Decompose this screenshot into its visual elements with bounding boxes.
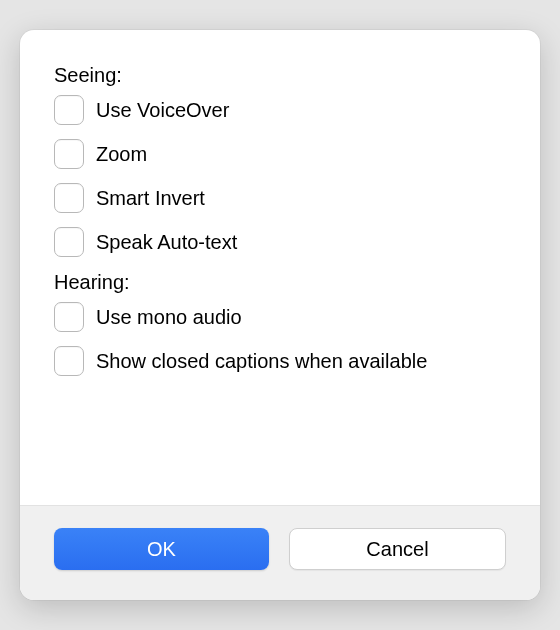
checkbox-smart-invert[interactable] <box>54 183 84 213</box>
ok-button[interactable]: OK <box>54 528 269 570</box>
option-mono-audio: Use mono audio <box>54 302 506 332</box>
option-closed-captions: Show closed captions when available <box>54 346 506 376</box>
option-label-mono-audio: Use mono audio <box>96 306 242 329</box>
accessibility-dialog: Seeing: Use VoiceOver Zoom Smart Invert … <box>20 30 540 600</box>
option-label-closed-captions: Show closed captions when available <box>96 350 427 373</box>
checkbox-closed-captions[interactable] <box>54 346 84 376</box>
option-label-speak-auto-text: Speak Auto-text <box>96 231 237 254</box>
checkbox-zoom[interactable] <box>54 139 84 169</box>
checkbox-mono-audio[interactable] <box>54 302 84 332</box>
option-zoom: Zoom <box>54 139 506 169</box>
option-voiceover: Use VoiceOver <box>54 95 506 125</box>
checkbox-speak-auto-text[interactable] <box>54 227 84 257</box>
option-label-voiceover: Use VoiceOver <box>96 99 229 122</box>
seeing-section-label: Seeing: <box>54 64 506 87</box>
dialog-footer: OK Cancel <box>20 505 540 600</box>
option-speak-auto-text: Speak Auto-text <box>54 227 506 257</box>
checkbox-voiceover[interactable] <box>54 95 84 125</box>
option-label-zoom: Zoom <box>96 143 147 166</box>
option-smart-invert: Smart Invert <box>54 183 506 213</box>
option-label-smart-invert: Smart Invert <box>96 187 205 210</box>
hearing-section-label: Hearing: <box>54 271 506 294</box>
cancel-button[interactable]: Cancel <box>289 528 506 570</box>
dialog-content: Seeing: Use VoiceOver Zoom Smart Invert … <box>20 30 540 505</box>
